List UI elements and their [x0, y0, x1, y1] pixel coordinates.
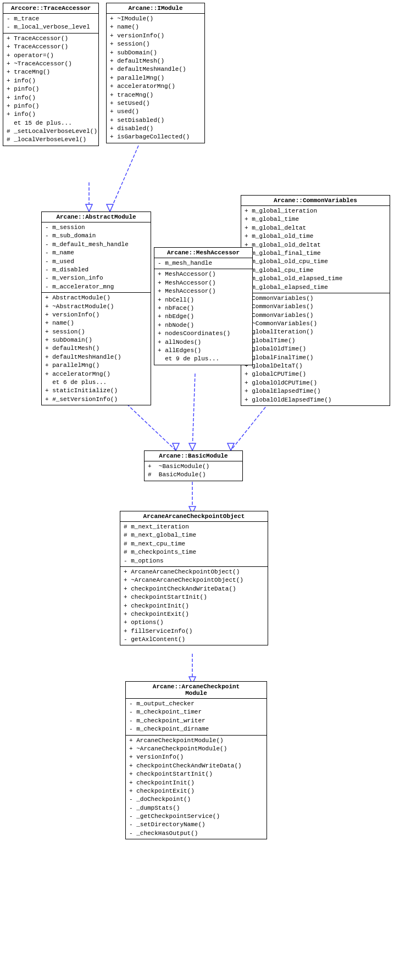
svg-marker-7: [173, 443, 179, 450]
tracecaccessor-title: Arccore::TraceAccessor: [3, 3, 98, 14]
checkpointobject-fields: # m_next_iteration # m_next_global_time …: [120, 522, 268, 567]
svg-marker-9: [189, 443, 196, 450]
checkpointmodule-fields: - m_output_checker - m_checkpoint_timer …: [126, 699, 267, 736]
abstractmodule-fields: - m_session - m_sub_domain - m_default_m…: [42, 222, 151, 293]
meshaccessor-methods: + MeshAccessor() + MeshAccessor() + Mesh…: [154, 269, 252, 364]
tracecaccessor-fields: - m_trace - m_local_verbose_level: [3, 14, 98, 34]
checkpointobject-title: ArcaneArcaneCheckpointObject: [120, 511, 268, 522]
commonvariables-fields: + m_global_iteration + m_global_time + m…: [241, 206, 390, 293]
checkpointmodule-methods: + ArcaneCheckpointModule() + ~ArcaneChec…: [126, 736, 267, 839]
basicmodule-methods: + ~BasicModule() # BasicModule(): [145, 461, 242, 481]
meshaccessor-box: Arcane::MeshAccessor - m_mesh_handle + M…: [154, 247, 253, 365]
svg-marker-5: [227, 443, 234, 450]
basicmodule-title: Arcane::BasicModule: [145, 451, 242, 461]
meshaccessor-fields: - m_mesh_handle: [154, 258, 252, 269]
abstractmodule-methods: + AbstractModule() + ~AbstractModule() +…: [42, 293, 151, 405]
basicmodule-box: Arcane::BasicModule + ~BasicModule() # B…: [144, 450, 243, 481]
commonvariables-methods: + CommonVariables() + CommonVariables() …: [241, 293, 390, 405]
imodule-methods: + ~IModule() + name() + versionInfo() + …: [107, 14, 204, 143]
commonvariables-box: Arcane::CommonVariables + m_global_itera…: [241, 195, 390, 406]
svg-marker-3: [107, 204, 113, 211]
diagram-container: Arccore::TraceAccessor - m_trace - m_loc…: [0, 0, 394, 980]
meshaccessor-title: Arcane::MeshAccessor: [154, 248, 252, 258]
checkpointmodule-title: Arcane::ArcaneCheckpoint Module: [126, 682, 267, 699]
checkpointobject-box: ArcaneArcaneCheckpointObject # m_next_it…: [120, 511, 268, 645]
commonvariables-title: Arcane::CommonVariables: [241, 196, 390, 206]
imodule-title: Arcane::IModule: [107, 3, 204, 14]
imodule-box: Arcane::IModule + ~IModule() + name() + …: [106, 3, 205, 143]
checkpointobject-methods: + ArcaneArcaneCheckpointObject() + ~Arca…: [120, 567, 268, 645]
abstractmodule-box: Arcane::AbstractModule - m_session - m_s…: [41, 211, 151, 405]
checkpointmodule-box: Arcane::ArcaneCheckpoint Module - m_outp…: [125, 681, 267, 839]
svg-marker-1: [86, 204, 92, 211]
svg-line-2: [110, 146, 138, 211]
tracecaccessor-methods: + TraceAccessor() + TraceAccessor() + op…: [3, 34, 98, 146]
abstractmodule-title: Arcane::AbstractModule: [42, 212, 151, 222]
svg-line-8: [192, 374, 195, 450]
tracecaccessor-box: Arccore::TraceAccessor - m_trace - m_loc…: [3, 3, 99, 146]
